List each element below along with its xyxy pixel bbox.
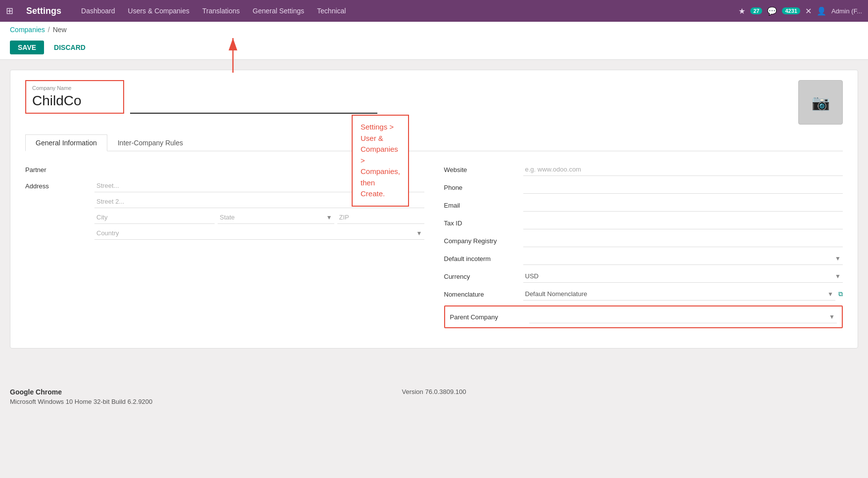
state-select-wrap: State ▼ (218, 211, 334, 224)
menu-item-technical[interactable]: Technical (312, 5, 351, 17)
user-label: Admin (F... (831, 7, 862, 15)
form-card: Settings > User & Companies > Companies,… (10, 70, 858, 348)
company-registry-input[interactable] (523, 234, 843, 247)
website-input[interactable] (523, 163, 843, 176)
email-input[interactable] (523, 199, 843, 212)
nomenclature-label: Nomenclature (444, 291, 523, 298)
company-logo-placeholder[interactable]: 📷 (798, 80, 843, 125)
action-bar: SAVE DISCARD (10, 37, 858, 59)
company-name-block: Company Name ChildCo (25, 80, 124, 114)
phone-row: Phone (444, 181, 843, 194)
company-name-value[interactable]: ChildCo (32, 93, 117, 109)
partner-label: Partner (25, 163, 94, 174)
parent-company-select-wrap: ▼ (529, 310, 837, 323)
menu-item-dashboard[interactable]: Dashboard (76, 5, 120, 17)
address-row: Address State ▼ (25, 179, 424, 240)
topnav-right: ★ 27 💬 4231 ✕ 👤 Admin (F... (738, 6, 862, 16)
user-avatar-icon[interactable]: 👤 (817, 6, 826, 16)
breadcrumb-current: New (53, 26, 67, 34)
currency-row: Currency USD ▼ (444, 270, 843, 283)
website-row: Website (444, 163, 843, 176)
app-grid-icon[interactable]: ⊞ (6, 5, 13, 16)
save-button[interactable]: SAVE (10, 41, 44, 54)
tax-id-input[interactable] (523, 217, 843, 229)
breadcrumb-separator: / (48, 26, 50, 34)
nomenclature-row: Nomenclature Default Nomenclature ▼ ⧉ (444, 288, 843, 301)
message-badge[interactable]: 4231 (782, 7, 800, 14)
tab-general-information[interactable]: General Information (25, 134, 107, 151)
menu-item-general-settings[interactable]: General Settings (248, 5, 309, 17)
email-label: Email (444, 202, 523, 209)
company-registry-row: Company Registry (444, 234, 843, 247)
close-icon[interactable]: ✕ (805, 6, 812, 16)
tabs: General Information Inter-Company Rules (25, 134, 843, 151)
currency-select-wrap: USD ▼ (523, 270, 843, 283)
company-header: Company Name ChildCo 📷 (25, 80, 843, 125)
city-state-zip-row: State ▼ (94, 211, 424, 224)
default-incoterm-row: Default incoterm ▼ (444, 252, 843, 265)
camera-add-icon: 📷 (812, 94, 830, 111)
nomenclature-wrap: Default Nomenclature ▼ ⧉ (523, 288, 843, 301)
company-name-underline (130, 113, 377, 114)
company-name-label: Company Name (32, 85, 117, 91)
partner-row: Partner (25, 163, 424, 174)
default-incoterm-select[interactable] (523, 252, 843, 265)
nomenclature-external-link-icon[interactable]: ⧉ (838, 290, 843, 298)
phone-input[interactable] (523, 181, 843, 194)
parent-company-label: Parent Company (450, 313, 529, 321)
address-fields: State ▼ Country ▼ (94, 179, 424, 240)
discard-button[interactable]: DISCARD (49, 41, 91, 54)
nomenclature-select[interactable]: Default Nomenclature (523, 288, 836, 301)
tab-inter-company-rules[interactable]: Inter-Company Rules (107, 134, 193, 151)
breadcrumb-area: Companies / New SAVE DISCARD (0, 22, 868, 60)
tax-id-label: Tax ID (444, 219, 523, 227)
phone-label: Phone (444, 184, 523, 191)
top-navigation: ⊞ Settings Dashboard Users & Companies T… (0, 0, 868, 22)
default-incoterm-label: Default incoterm (444, 255, 523, 262)
default-incoterm-select-wrap: ▼ (523, 252, 843, 265)
country-select[interactable]: Country (94, 227, 424, 240)
company-registry-label: Company Registry (444, 237, 523, 245)
parent-company-row: Parent Company ▼ (444, 305, 843, 328)
main-menu: Dashboard Users & Companies Translations… (76, 5, 729, 17)
street-input[interactable] (94, 179, 424, 192)
breadcrumb-parent-link[interactable]: Companies (10, 26, 45, 34)
currency-select[interactable]: USD (523, 270, 843, 283)
state-select[interactable]: State (218, 211, 334, 224)
menu-item-translations[interactable]: Translations (197, 5, 245, 17)
nomenclature-select-wrap: Default Nomenclature ▼ (523, 288, 836, 301)
footer-os: Microsoft Windows 10 Home 32-bit Build 6… (10, 398, 858, 405)
star-icon[interactable]: ★ (738, 6, 745, 16)
footer: Google Chrome Microsoft Windows 10 Home … (0, 378, 868, 410)
currency-label: Currency (444, 273, 523, 280)
city-input[interactable] (94, 211, 215, 224)
street2-input[interactable] (94, 195, 424, 208)
tax-id-row: Tax ID (444, 217, 843, 229)
menu-item-users-companies[interactable]: Users & Companies (123, 5, 195, 17)
form-body: Partner Address State (25, 163, 843, 333)
parent-company-select[interactable] (529, 310, 837, 323)
message-icon[interactable]: 💬 (767, 6, 777, 16)
app-brand: Settings (26, 6, 61, 16)
form-right: Website Phone Email Tax ID Company Regis (444, 163, 843, 333)
breadcrumb: Companies / New (10, 26, 858, 37)
main-content: Settings > User & Companies > Companies,… (0, 60, 868, 358)
address-label: Address (25, 179, 94, 190)
zip-input[interactable] (337, 211, 424, 224)
country-select-wrap: Country ▼ (94, 227, 424, 240)
notification-badge[interactable]: 27 (750, 7, 762, 14)
website-label: Website (444, 166, 523, 174)
email-row: Email (444, 199, 843, 212)
form-left: Partner Address State (25, 163, 424, 333)
footer-version: Version 76.0.3809.100 (402, 388, 466, 395)
